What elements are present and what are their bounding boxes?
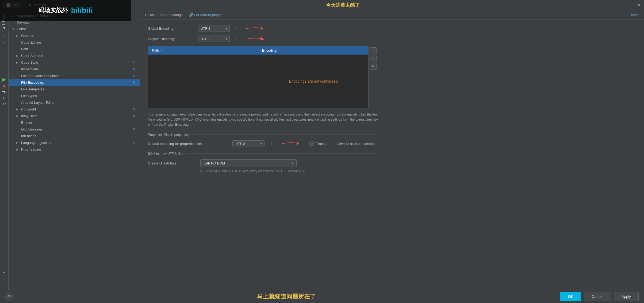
table-col-encoding: Encodings are not configured: [258, 55, 368, 108]
arrow-icon: ▶: [16, 108, 20, 111]
run-play-icon[interactable]: ▶: [2, 76, 6, 82]
run-arrow-icon[interactable]: ↩: [3, 102, 6, 106]
tree-label: File Types: [21, 94, 37, 98]
breadcrumb-file-encodings: File Encodings: [160, 13, 182, 17]
bom-row: Create UTF-8 files: with NO BOM with BOM: [148, 159, 378, 167]
copy-icon: ⧉: [133, 81, 135, 84]
bottom-subtitle: 马上就知道问题所在了: [13, 293, 560, 301]
copy-icon: ⧉: [133, 61, 135, 64]
bom-select-wrapper: with NO BOM with BOM: [200, 159, 297, 167]
watermark-text: 码场实战外: [39, 6, 68, 14]
th-encoding: Encoding: [258, 46, 368, 55]
tree-item-proofreading[interactable]: ▶ Proofreading: [9, 146, 140, 153]
run-gear-icon[interactable]: ⚙: [2, 96, 6, 100]
copy-icon: ⧉: [133, 108, 135, 111]
tree-item-file-encodings[interactable]: File Encodings ⧉: [9, 79, 140, 86]
copy-icon: ⧉: [133, 114, 135, 118]
for-current-project-link[interactable]: 🔗 For current project: [189, 13, 223, 17]
project-encoding-select-wrapper: UTF-8: [198, 36, 230, 42]
section-divider: [192, 135, 378, 135]
tree-item-gui-designer[interactable]: GUI Designer ⧉: [9, 126, 140, 133]
transparent-checkbox[interactable]: [309, 141, 314, 146]
tree-item-emmet[interactable]: Emmet: [9, 119, 140, 126]
tree-label: GUI Designer: [21, 127, 42, 131]
help-button[interactable]: ?: [5, 293, 13, 300]
tree-item-android-layout-editor[interactable]: Android Layout Editor: [9, 99, 140, 106]
tree-item-intentions[interactable]: Intentions: [9, 133, 140, 139]
tree-label: Code Editing: [21, 40, 41, 44]
tree-item-font[interactable]: Font: [9, 46, 140, 52]
settings-content: Global Encoding: UTF-8 ← Project Encodin…: [140, 20, 644, 290]
properties-encoding-select-wrapper: UTF-8: [232, 140, 264, 147]
properties-encoding-select[interactable]: UTF-8: [232, 140, 264, 147]
tree-item-general[interactable]: ▶ General: [9, 32, 140, 39]
arrow-annotation-props: [279, 140, 301, 147]
tree-item-inspections[interactable]: Inspections ⧉: [9, 66, 140, 72]
tree-item-language-injections[interactable]: ▶ Language Injections ⧉: [9, 139, 140, 146]
run-camera-icon[interactable]: 📷: [2, 90, 6, 94]
bom-select[interactable]: with NO BOM with BOM: [200, 159, 297, 167]
project-encoding-arrow: ←: [234, 36, 239, 42]
favorites-icon[interactable]: ★: [1, 269, 7, 275]
arrow-icon: ▼: [12, 28, 15, 30]
expand-down-icon[interactable]: ›: [1, 276, 7, 282]
tree-item-live-templates[interactable]: Live Templates: [9, 86, 140, 93]
close-button[interactable]: ✕: [637, 2, 641, 8]
ok-button[interactable]: OK: [560, 292, 581, 301]
apply-button[interactable]: Apply: [614, 292, 639, 301]
arrow-icon: ▶: [16, 141, 20, 144]
global-encoding-select[interactable]: UTF-8: [198, 25, 230, 32]
expand-icon[interactable]: ›: [1, 33, 7, 39]
tree-item-editor[interactable]: ▼ Editor: [9, 26, 140, 32]
global-encoding-arrow: ←: [234, 25, 239, 32]
file-icon-small[interactable]: □: [1, 40, 7, 46]
project-encoding-select[interactable]: UTF-8: [198, 36, 230, 42]
global-encoding-label: Global Encoding:: [148, 26, 193, 30]
tree-item-file-types[interactable]: File Types: [9, 93, 140, 99]
bottom-bar: ? 马上就知道问题所在了 OK Cancel Apply: [0, 290, 644, 303]
tree-label: Code Style: [21, 60, 38, 64]
project-encoding-label: Project Encoding:: [148, 37, 193, 41]
table-body: Encodings are not configured: [148, 55, 368, 108]
arrow-icon: ▶: [16, 61, 20, 64]
breadcrumb: Editor › File Encodings 🔗 For current pr…: [140, 10, 644, 20]
tree-item-code-style[interactable]: ▶ Code Style ⧉: [9, 59, 140, 66]
reset-button[interactable]: Reset: [630, 13, 639, 17]
settings-tree: ▶ Appearance & Behavior Keymap ▼ Editor …: [9, 10, 140, 290]
table-edit-button[interactable]: ✎: [370, 63, 377, 70]
bom-section-title: BOM for new UTF-8 files: [148, 152, 183, 156]
link-icon: 🔗: [189, 13, 193, 17]
arrow-annotation-global: [244, 25, 265, 32]
global-encoding-row: Global Encoding: UTF-8 ←: [148, 25, 636, 32]
prop-row: Default encoding for properties files: U…: [148, 140, 378, 147]
main-layout: ▶ 1: Project › □ › ▶ ■ 📷 ⚙ ↩ ★ › ▶ Appea…: [0, 10, 644, 290]
info-text: To change encoding IntelliJ IDEA uses fo…: [148, 112, 378, 128]
bom-note-link[interactable]: ↗: [302, 169, 305, 173]
tree-label: Proofreading: [21, 147, 41, 151]
transparent-label: Transparent native-to-ascii conversion: [316, 142, 375, 146]
tree-item-code-editing[interactable]: Code Editing: [9, 39, 140, 46]
properties-arrow: ←: [270, 141, 275, 147]
table-remove-button[interactable]: −: [370, 55, 377, 62]
bom-section-divider: [186, 154, 378, 154]
arrow-down-icon[interactable]: ›: [1, 47, 7, 53]
tree-item-inlay-hints[interactable]: ▶ Inlay Hints ⧉: [9, 113, 140, 119]
tree-label: Font: [21, 47, 28, 51]
arrow-icon: ▶: [16, 114, 20, 117]
copy-icon: ⧉: [133, 128, 135, 131]
tree-item-copyright[interactable]: ▶ Copyright ⧉: [9, 106, 140, 113]
th-path: Path ▲: [148, 46, 258, 55]
copy-icon: ⧉: [133, 74, 135, 78]
tree-label: Copyright: [21, 107, 36, 111]
run-stop-icon[interactable]: ■: [3, 84, 5, 88]
tree-label: Live Templates: [21, 87, 44, 91]
watermark: 码场实战外 bilibili: [0, 0, 131, 21]
tree-item-color-scheme[interactable]: ▶ Color Scheme: [9, 52, 140, 59]
properties-section-title: Properties Files (*.properties): [148, 133, 190, 137]
table-add-button[interactable]: +: [370, 47, 377, 54]
cancel-button[interactable]: Cancel: [584, 292, 611, 301]
watermark-bili: bilibili: [71, 6, 93, 15]
table-empty-message: Encodings are not configured: [289, 79, 338, 83]
arrow-icon: ▶: [16, 148, 20, 151]
tree-item-file-code-templates[interactable]: File and Code Templates ⧉: [9, 72, 140, 79]
